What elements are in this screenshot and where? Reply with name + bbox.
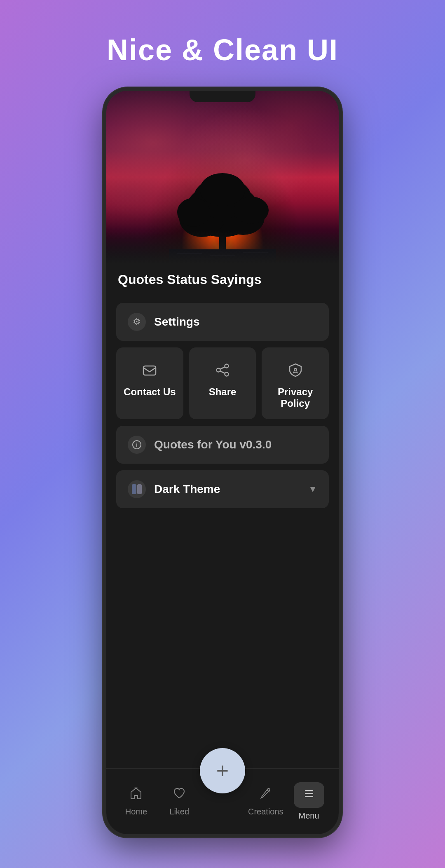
privacy-policy-label: Privacy Policy: [267, 386, 323, 409]
home-icon: [129, 786, 143, 804]
theme-menu-item[interactable]: Dark Theme ▼: [116, 470, 329, 508]
svg-rect-32: [305, 796, 313, 797]
menu-nav-active-bg: [294, 782, 324, 808]
settings-label: Settings: [154, 315, 199, 328]
share-item[interactable]: Share: [189, 347, 256, 419]
contact-us-label: Contact Us: [124, 386, 176, 398]
volume-down-button: [103, 227, 105, 251]
fab-container: +: [200, 748, 245, 793]
svg-point-23: [294, 368, 297, 371]
app-content: ⚙ Settings Contact Us: [106, 295, 339, 768]
page-title: Nice & Clean UI: [107, 33, 338, 67]
menu-icon: [302, 786, 316, 804]
volume-up-button: [103, 194, 105, 218]
privacy-policy-item[interactable]: Privacy Policy: [262, 347, 329, 419]
app-title-text: Quotes Status Sayings: [118, 272, 262, 287]
privacy-policy-icon: [285, 360, 306, 380]
svg-line-21: [220, 367, 225, 369]
svg-point-18: [225, 364, 228, 368]
svg-point-10: [200, 173, 245, 206]
svg-rect-17: [143, 366, 156, 375]
theme-icon: [128, 480, 146, 498]
menu-grid: Contact Us Share: [116, 347, 329, 419]
settings-icon: ⚙: [128, 313, 146, 331]
version-menu-item[interactable]: Quotes for You v0.3.0: [116, 426, 329, 464]
liked-icon: [172, 786, 186, 804]
theme-label: Dark Theme: [154, 483, 220, 496]
fab-icon: +: [216, 758, 229, 783]
home-nav-label: Home: [125, 807, 147, 816]
svg-rect-30: [305, 790, 313, 791]
contact-us-icon: [139, 360, 160, 380]
bottom-nav: + Home Liked: [106, 768, 339, 834]
svg-rect-27: [132, 484, 136, 494]
svg-point-26: [136, 443, 137, 443]
nav-item-creations[interactable]: Creations: [244, 786, 287, 816]
svg-rect-28: [137, 484, 142, 494]
contact-us-item[interactable]: Contact Us: [116, 347, 183, 419]
nav-item-home[interactable]: Home: [115, 786, 158, 816]
svg-point-8: [177, 198, 210, 227]
version-label: Quotes for You v0.3.0: [154, 438, 272, 451]
share-icon: [212, 360, 233, 380]
hero-image: [106, 91, 339, 264]
settings-menu-item[interactable]: ⚙ Settings: [116, 303, 329, 341]
hero-bottom-gradient: [106, 231, 339, 264]
creations-nav-label: Creations: [248, 807, 283, 816]
creations-icon: [259, 786, 273, 804]
svg-point-20: [225, 373, 228, 376]
svg-point-19: [216, 368, 220, 372]
share-label: Share: [209, 386, 237, 398]
phone-frame: Quotes Status Sayings ⚙ Settings Contact…: [103, 87, 342, 838]
fab-button[interactable]: +: [200, 748, 245, 793]
nav-item-liked[interactable]: Liked: [158, 786, 201, 816]
svg-rect-31: [305, 793, 313, 794]
version-icon: [128, 436, 146, 454]
notch: [190, 91, 255, 102]
liked-nav-label: Liked: [169, 807, 189, 816]
menu-nav-label: Menu: [299, 811, 319, 821]
app-title-bar: Quotes Status Sayings: [106, 264, 339, 295]
nav-item-menu[interactable]: Menu: [287, 782, 330, 821]
chevron-down-icon: ▼: [308, 484, 317, 495]
svg-line-22: [220, 371, 225, 373]
power-button: [340, 223, 342, 251]
